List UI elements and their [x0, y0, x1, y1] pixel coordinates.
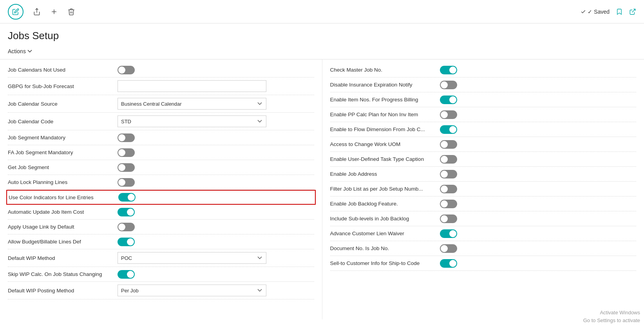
field-row-enable-user-defined-task: Enable User-Defined Task Type Caption	[330, 152, 637, 167]
field-label-default-wip-method: Default WIP Method	[8, 255, 118, 261]
field-label-automatic-update-job-item-cost: Automatic Update Job Item Cost	[8, 209, 118, 215]
open-new-button[interactable]	[629, 8, 636, 15]
field-row-job-segment-mandatory: Job Segment Mandatory	[8, 130, 314, 145]
field-row-job-calendar-code: Job Calendar CodeSTDDEFAULT	[8, 113, 314, 130]
field-value-access-change-work-uom	[440, 140, 637, 149]
field-label-default-wip-posting-method: Default WIP Posting Method	[8, 288, 118, 294]
toggle-apply-usage-link-by-default[interactable]	[118, 223, 135, 231]
field-value-enable-flow-dimension	[440, 125, 637, 134]
label-text-disable-insurance-expiration: Disable Insurance Expiration Notify	[330, 82, 412, 88]
toggle-use-color-indicators[interactable]	[118, 193, 136, 202]
windows-activation-watermark: Activate Windows Go to Settings to activ…	[583, 309, 640, 324]
field-value-allow-budget-billable-lines	[118, 238, 314, 246]
field-label-sell-to-customer-info: Sell-to Customer Info for Ship-to Code	[330, 260, 440, 266]
toggle-skip-wip-calc[interactable]	[118, 270, 135, 279]
toggle-enable-item-nos-progress-billing[interactable]	[440, 96, 457, 104]
field-value-sell-to-customer-info	[440, 259, 637, 268]
field-label-allow-budget-billable-lines: Allow Budget/Billable Lines Def	[8, 239, 118, 245]
toggle-job-segment-mandatory[interactable]	[118, 133, 135, 142]
toggle-get-job-segment[interactable]	[118, 163, 135, 172]
field-row-apply-usage-link-by-default: Apply Usage Link by Default	[8, 220, 314, 234]
field-label-document-no-is-job-no: Document No. Is Job No.	[330, 245, 440, 251]
toggle-disable-insurance-expiration[interactable]	[440, 81, 457, 89]
toolbar-left	[8, 4, 75, 20]
field-value-check-master-job-no	[440, 66, 637, 74]
field-value-default-wip-method: POCCompleted Contract	[118, 252, 314, 264]
field-label-include-sub-levels-backlog: Include Sub-levels in Job Backlog	[330, 216, 440, 222]
toggle-enable-flow-dimension[interactable]	[440, 125, 457, 134]
field-label-filter-job-list: Filter Job List as per Job Setup Numb...	[330, 186, 440, 192]
field-row-enable-job-backlog: Enable Job Backlog Feature.	[330, 196, 637, 211]
toggle-auto-lock-planning-lines[interactable]	[118, 178, 135, 187]
field-row-job-calendars-not-used: Job Calendars Not Used	[8, 63, 314, 77]
toggle-enable-pp-calc-plan[interactable]	[440, 110, 457, 119]
label-text-fa-job-segment-mandatory: FA Job Segment Mandatory	[8, 150, 73, 155]
page-title-area: Jobs Setup	[0, 23, 644, 45]
label-text-job-calendar-source: Job Calendar Source	[8, 101, 58, 107]
label-text-check-master-job-no: Check Master Job No.	[330, 67, 383, 73]
toggle-enable-job-address[interactable]	[440, 170, 457, 178]
toggle-enable-job-backlog[interactable]	[440, 200, 457, 208]
field-value-include-sub-levels-backlog	[440, 214, 637, 223]
field-label-job-calendar-code: Job Calendar Code	[8, 119, 118, 124]
field-label-check-master-job-no: Check Master Job No.	[330, 67, 440, 73]
chevron-down-icon	[27, 50, 32, 53]
bookmark-button[interactable]	[616, 8, 623, 15]
add-button[interactable]	[50, 8, 58, 16]
label-text-job-calendar-code: Job Calendar Code	[8, 119, 53, 124]
field-row-get-job-segment: Get Job Segment	[8, 160, 314, 175]
toggle-access-change-work-uom[interactable]	[440, 140, 457, 149]
field-row-skip-wip-calc: Skip WIP Calc. On Job Status Changing	[8, 267, 314, 282]
toggle-job-calendars-not-used[interactable]	[118, 66, 135, 74]
field-value-use-color-indicators	[118, 193, 313, 202]
field-label-skip-wip-calc: Skip WIP Calc. On Job Status Changing	[8, 271, 118, 277]
input-gbpg-sub-job[interactable]	[118, 80, 266, 92]
toggle-allow-budget-billable-lines[interactable]	[118, 238, 135, 246]
label-text-gbpg-sub-job: GBPG for Sub-Job Forecast	[8, 83, 74, 89]
field-label-auto-lock-planning-lines: Auto Lock Planning Lines	[8, 179, 118, 185]
field-label-enable-user-defined-task: Enable User-Defined Task Type Caption	[330, 156, 440, 162]
field-value-disable-insurance-expiration	[440, 81, 637, 89]
label-text-automatic-update-job-item-cost: Automatic Update Job Item Cost	[8, 209, 84, 215]
label-text-use-color-indicators: Use Color Indicators for Line Entries	[9, 195, 94, 200]
toggle-fa-job-segment-mandatory[interactable]	[118, 148, 135, 157]
label-text-enable-job-address: Enable Job Address	[330, 171, 377, 177]
field-label-job-calendar-source: Job Calendar Source	[8, 101, 118, 107]
label-text-get-job-segment: Get Job Segment	[8, 164, 49, 170]
toolbar-right: ✓ Saved	[581, 8, 636, 15]
toggle-include-sub-levels-backlog[interactable]	[440, 214, 457, 223]
label-text-advance-customer-lien-waiver: Advance Customer Lien Waiver	[330, 231, 404, 236]
toggle-advance-customer-lien-waiver[interactable]	[440, 229, 457, 238]
select-job-calendar-source[interactable]: Business Central CalendarCustom Calendar	[118, 98, 266, 110]
field-value-enable-pp-calc-plan	[440, 110, 637, 119]
field-row-disable-insurance-expiration: Disable Insurance Expiration Notify	[330, 77, 637, 92]
toggle-enable-user-defined-task[interactable]	[440, 155, 457, 164]
toggle-automatic-update-job-item-cost[interactable]	[118, 208, 135, 216]
label-text-sell-to-customer-info: Sell-to Customer Info for Ship-to Code	[330, 260, 420, 266]
saved-indicator: ✓ Saved	[581, 9, 610, 15]
field-label-get-job-segment: Get Job Segment	[8, 164, 118, 170]
select-default-wip-method[interactable]: POCCompleted Contract	[118, 252, 266, 264]
field-row-check-master-job-no: Check Master Job No.	[330, 63, 637, 77]
toggle-check-master-job-no[interactable]	[440, 66, 457, 74]
field-label-advance-customer-lien-waiver: Advance Customer Lien Waiver	[330, 231, 440, 236]
toggle-filter-job-list[interactable]	[440, 185, 457, 193]
label-text-enable-user-defined-task: Enable User-Defined Task Type Caption	[330, 156, 424, 162]
select-default-wip-posting-method[interactable]: Per JobPer Job Ledger Entry	[118, 285, 266, 296]
field-row-default-wip-method: Default WIP MethodPOCCompleted Contract	[8, 249, 314, 267]
field-value-auto-lock-planning-lines	[118, 178, 314, 187]
field-value-document-no-is-job-no	[440, 244, 637, 253]
field-row-default-wip-posting-method: Default WIP Posting MethodPer JobPer Job…	[8, 282, 314, 299]
field-value-enable-user-defined-task	[440, 155, 637, 164]
share-button[interactable]	[33, 8, 41, 16]
delete-button[interactable]	[67, 8, 75, 16]
actions-button[interactable]: Actions	[8, 47, 32, 56]
edit-button[interactable]	[8, 4, 24, 20]
toggle-sell-to-customer-info[interactable]	[440, 259, 457, 268]
label-text-enable-pp-calc-plan: Enable PP Calc Plan for Non Inv Item	[330, 112, 418, 117]
toggle-document-no-is-job-no[interactable]	[440, 244, 457, 253]
saved-label: ✓ Saved	[588, 9, 610, 15]
select-job-calendar-code[interactable]: STDDEFAULT	[118, 115, 266, 127]
field-label-enable-flow-dimension: Enable to Flow Dimension From Job C...	[330, 126, 440, 132]
right-column: Check Master Job No.Disable Insurance Ex…	[322, 59, 644, 319]
